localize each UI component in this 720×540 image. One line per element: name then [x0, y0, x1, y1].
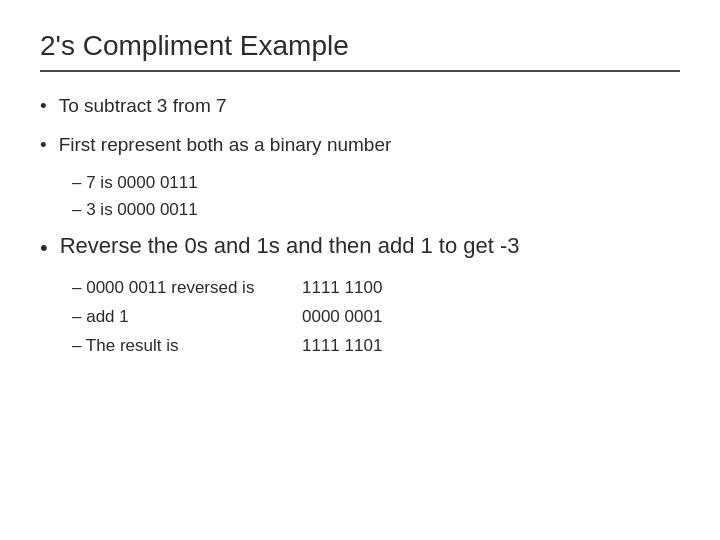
bullet-dot-1: • — [40, 92, 47, 121]
title-section: 2's Compliment Example — [40, 30, 680, 72]
sub-item-3-1-label: – 0000 0011 reversed is — [72, 274, 292, 303]
bullet-text-2: First represent both as a binary number — [59, 131, 392, 160]
sub-item-3-1: – 0000 0011 reversed is 1111 1100 — [72, 274, 680, 303]
sub-item-3-2-value: 0000 0001 — [302, 303, 382, 332]
bullet-dot-3: • — [40, 231, 48, 264]
sub-item-3-3-value: 1111 1101 — [302, 332, 382, 361]
slide-title: 2's Compliment Example — [40, 30, 680, 62]
sub-item-3-2: – add 1 0000 0001 — [72, 303, 680, 332]
bullet-item-1: • To subtract 3 from 7 — [40, 92, 680, 121]
sub-item-3-2-label: – add 1 — [72, 303, 292, 332]
sub-item-3-3-label: – The result is — [72, 332, 292, 361]
sub-item-2-1: – 7 is 0000 0111 — [72, 169, 680, 196]
bullet-text-1: To subtract 3 from 7 — [59, 92, 227, 121]
sub-item-3-1-value: 1111 1100 — [302, 274, 382, 303]
bullet-item-3: • Reverse the 0s and 1s and then add 1 t… — [40, 231, 680, 264]
sub-item-2-2: – 3 is 0000 0011 — [72, 196, 680, 223]
bullet-dot-2: • — [40, 131, 47, 160]
slide-content: • To subtract 3 from 7 • First represent… — [40, 92, 680, 361]
bullet-text-3: Reverse the 0s and 1s and then add 1 to … — [60, 231, 520, 262]
sub-item-3-3: – The result is 1111 1101 — [72, 332, 680, 361]
sub-items-3: – 0000 0011 reversed is 1111 1100 – add … — [72, 274, 680, 361]
slide: 2's Compliment Example • To subtract 3 f… — [0, 0, 720, 540]
sub-items-2: – 7 is 0000 0111 – 3 is 0000 0011 — [72, 169, 680, 223]
bullet-item-2: • First represent both as a binary numbe… — [40, 131, 680, 160]
